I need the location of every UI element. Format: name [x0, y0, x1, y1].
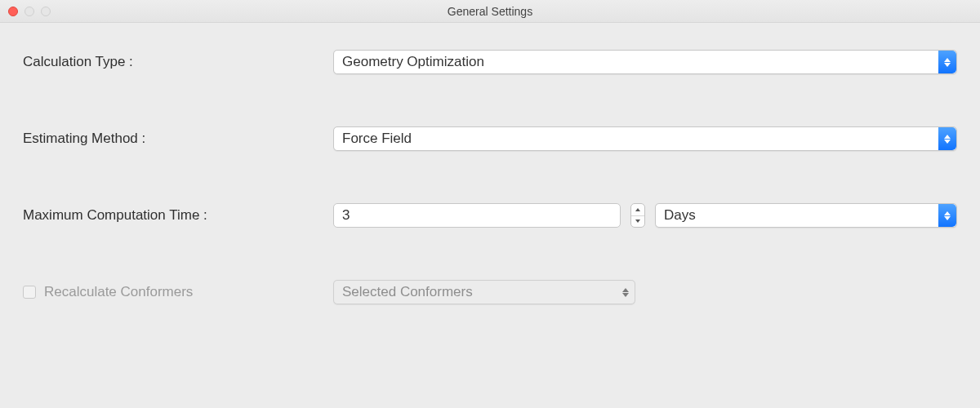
label-recalculate: Recalculate Conformers — [44, 284, 193, 300]
window-controls — [8, 7, 51, 16]
window-title: General Settings — [0, 5, 980, 18]
settings-form: Calculation Type : Geometry Optimization… — [0, 23, 980, 307]
chevron-up-down-icon — [938, 204, 956, 227]
close-icon[interactable] — [8, 7, 18, 16]
chevron-up-down-icon — [617, 281, 635, 304]
label-max-time: Maximum Computation Time : — [23, 207, 207, 223]
zoom-icon — [41, 7, 51, 16]
stepper-max-time[interactable] — [630, 203, 645, 228]
row-calculation-type: Calculation Type : Geometry Optimization — [23, 47, 957, 77]
checkbox-recalculate[interactable] — [23, 286, 36, 299]
minimize-icon — [24, 7, 34, 16]
select-calculation-type-value: Geometry Optimization — [342, 54, 484, 70]
select-estimating-method[interactable]: Force Field — [333, 126, 957, 151]
select-time-unit[interactable]: Days — [655, 203, 957, 228]
row-recalculate: Recalculate Conformers Selected Conforme… — [23, 277, 957, 307]
row-estimating-method: Estimating Method : Force Field — [23, 124, 957, 153]
row-max-time: Maximum Computation Time : 3 Days — [23, 201, 957, 230]
label-calculation-type: Calculation Type : — [23, 54, 133, 69]
chevron-up-down-icon — [938, 51, 956, 73]
input-max-time-value: 3 — [342, 207, 350, 224]
select-conformers: Selected Conformers — [333, 280, 635, 304]
input-max-time[interactable]: 3 — [333, 203, 621, 228]
select-time-unit-value: Days — [664, 207, 696, 224]
select-calculation-type[interactable]: Geometry Optimization — [333, 50, 957, 74]
titlebar: General Settings — [0, 0, 980, 23]
stepper-down-icon[interactable] — [631, 216, 644, 228]
stepper-up-icon[interactable] — [631, 204, 644, 216]
chevron-up-down-icon — [938, 127, 956, 150]
label-estimating-method: Estimating Method : — [23, 131, 145, 146]
select-conformers-value: Selected Conformers — [342, 284, 473, 300]
select-estimating-method-value: Force Field — [342, 131, 412, 147]
